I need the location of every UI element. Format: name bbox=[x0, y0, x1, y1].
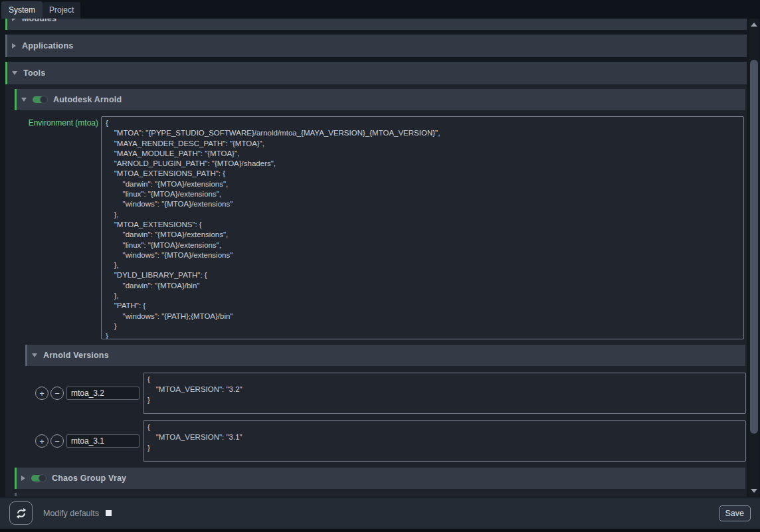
section-title: Tools bbox=[23, 68, 45, 78]
scroll-down-button[interactable] bbox=[749, 486, 759, 495]
chevron-right-icon bbox=[12, 43, 16, 48]
section-header-applications[interactable]: Applications bbox=[5, 35, 747, 57]
chevron-down-icon bbox=[21, 98, 27, 102]
section-title: Modules bbox=[22, 19, 56, 23]
environment-json-editor[interactable]: { "MTOA": "{PYPE_STUDIO_SOFTWARE}/arnold… bbox=[101, 116, 744, 339]
scroll-viewport: Modules Applications Tools bbox=[0, 19, 749, 497]
section-title: Arnold Versions bbox=[43, 351, 109, 360]
arnold-enabled-toggle[interactable] bbox=[33, 96, 47, 103]
chevron-down-icon bbox=[12, 71, 17, 75]
toggle-knob-icon bbox=[39, 474, 47, 482]
chevron-right-icon bbox=[12, 19, 16, 21]
section-header-chaos-group-vray[interactable]: Chaos Group Vray bbox=[15, 468, 745, 489]
tab-system[interactable]: System bbox=[1, 1, 43, 19]
section-header-tools[interactable]: Tools bbox=[5, 62, 747, 84]
section-header-autodesk-arnold[interactable]: Autodesk Arnold bbox=[15, 89, 745, 110]
settings-window: System Project Modules Applications bbox=[0, 0, 760, 532]
environment-label: Environment (mtoa) bbox=[5, 116, 98, 128]
arrow-up-icon bbox=[751, 23, 757, 27]
environment-row: Environment (mtoa) { "MTOA": "{PYPE_STUD… bbox=[5, 110, 747, 339]
section-header-arnold-versions[interactable]: Arnold Versions bbox=[25, 345, 745, 366]
section-title: Applications bbox=[22, 41, 73, 50]
refresh-icon bbox=[15, 507, 27, 519]
version-json-editor[interactable]: { "MTOA_VERSION": "3.1" } bbox=[143, 420, 746, 462]
arrow-down-icon bbox=[751, 489, 757, 493]
chevron-down-icon bbox=[32, 353, 37, 357]
version-key-input[interactable] bbox=[66, 387, 140, 400]
next-section-clipped bbox=[15, 493, 745, 496]
section-header-modules[interactable]: Modules bbox=[5, 19, 747, 30]
settings-scroll-area: Modules Applications Tools bbox=[0, 19, 760, 497]
version-row: + − { "MTOA_VERSION": "3.1" } bbox=[35, 420, 747, 462]
tools-section-content: Autodesk Arnold Environment (mtoa) { "MT… bbox=[5, 84, 747, 497]
version-json-editor[interactable]: { "MTOA_VERSION": "3.2" } bbox=[143, 373, 746, 414]
save-button[interactable]: Save bbox=[719, 505, 751, 521]
modify-defaults-checkbox[interactable] bbox=[106, 510, 112, 516]
version-key-input[interactable] bbox=[66, 434, 140, 448]
window-bottom-edge bbox=[0, 529, 760, 532]
section-title: Autodesk Arnold bbox=[53, 95, 122, 104]
remove-version-button[interactable]: − bbox=[50, 387, 64, 400]
vertical-scrollbar[interactable] bbox=[749, 19, 759, 497]
toggle-knob-icon bbox=[40, 96, 48, 104]
section-title: Chaos Group Vray bbox=[52, 474, 126, 483]
footer-bar: Modify defaults Save bbox=[0, 497, 760, 529]
scrollbar-thumb[interactable] bbox=[750, 60, 758, 434]
version-row: + − { "MTOA_VERSION": "3.2" } bbox=[35, 373, 747, 414]
add-version-button[interactable]: + bbox=[35, 434, 48, 448]
add-version-button[interactable]: + bbox=[35, 387, 48, 400]
tab-project[interactable]: Project bbox=[43, 2, 80, 19]
vray-enabled-toggle[interactable] bbox=[31, 475, 46, 482]
tab-bar: System Project bbox=[0, 0, 760, 19]
refresh-button[interactable] bbox=[9, 501, 33, 525]
scroll-up-button[interactable] bbox=[749, 20, 759, 29]
modify-defaults-label: Modify defaults bbox=[43, 509, 99, 518]
scroll-content: Modules Applications Tools bbox=[0, 19, 749, 497]
remove-version-button[interactable]: − bbox=[50, 434, 64, 448]
chevron-right-icon bbox=[21, 476, 25, 481]
